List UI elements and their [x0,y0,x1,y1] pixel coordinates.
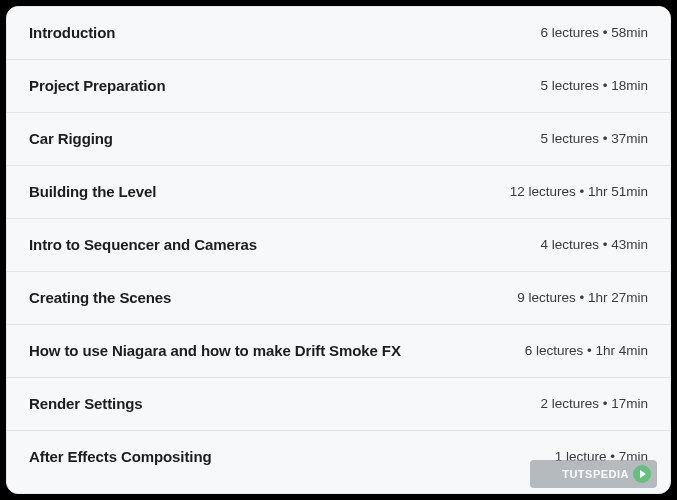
section-meta: 6 lectures • 58min [540,25,648,40]
section-meta: 9 lectures • 1hr 27min [517,290,648,305]
section-title: After Effects Compositing [29,448,212,465]
section-title: Project Preparation [29,77,165,94]
section-meta: 2 lectures • 17min [540,396,648,411]
section-title: Introduction [29,24,115,41]
section-title: How to use Niagara and how to make Drift… [29,342,401,359]
section-meta: 6 lectures • 1hr 4min [525,343,648,358]
section-row[interactable]: Building the Level 12 lectures • 1hr 51m… [7,166,670,219]
section-row[interactable]: Car Rigging 5 lectures • 37min [7,113,670,166]
section-row[interactable]: Render Settings 2 lectures • 17min [7,378,670,431]
section-meta: 1 lecture • 7min [555,449,648,464]
section-title: Car Rigging [29,130,113,147]
section-title: Render Settings [29,395,143,412]
section-row[interactable]: How to use Niagara and how to make Drift… [7,325,670,378]
section-row[interactable]: Creating the Scenes 9 lectures • 1hr 27m… [7,272,670,325]
section-title: Creating the Scenes [29,289,171,306]
section-meta: 5 lectures • 18min [540,78,648,93]
section-row[interactable]: Intro to Sequencer and Cameras 4 lecture… [7,219,670,272]
section-meta: 5 lectures • 37min [540,131,648,146]
section-row[interactable]: Project Preparation 5 lectures • 18min [7,60,670,113]
course-sections-panel: Introduction 6 lectures • 58min Project … [6,6,671,494]
section-title: Building the Level [29,183,156,200]
section-meta: 4 lectures • 43min [540,237,648,252]
section-row[interactable]: Introduction 6 lectures • 58min [7,7,670,60]
section-meta: 12 lectures • 1hr 51min [510,184,648,199]
section-row[interactable]: After Effects Compositing 1 lecture • 7m… [7,431,670,483]
section-title: Intro to Sequencer and Cameras [29,236,257,253]
